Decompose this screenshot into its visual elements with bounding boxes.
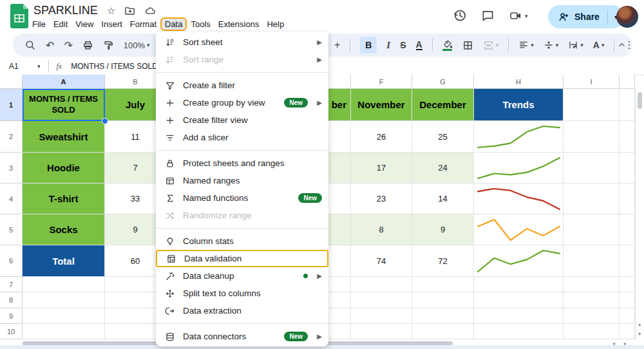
cell-i7[interactable] — [564, 277, 620, 292]
cell-i4[interactable] — [564, 184, 620, 214]
undo-icon[interactable]: ↶ — [46, 39, 54, 52]
share-button[interactable]: Share ▾ — [548, 5, 624, 28]
cell-h8[interactable] — [474, 292, 564, 308]
cell-a10[interactable] — [23, 324, 105, 339]
menu-item-sort-sheet[interactable]: Sort sheet▶ — [156, 33, 328, 51]
cell-h6-sparkline[interactable] — [474, 245, 564, 277]
vertical-align-button[interactable]: ▾ — [544, 40, 559, 50]
row-header-3[interactable]: 3 — [0, 153, 23, 184]
video-call-button[interactable]: ▾ — [509, 10, 528, 22]
cell-j6[interactable] — [620, 245, 635, 277]
cell-f3[interactable]: 17 — [351, 153, 412, 184]
cell-a5-label[interactable]: Socks — [23, 214, 105, 245]
cell-f7[interactable] — [351, 277, 412, 292]
menu-item-add-a-slicer[interactable]: Add a slicer — [156, 129, 328, 146]
cell-j4[interactable] — [620, 184, 635, 214]
row-header-9[interactable]: 9 — [0, 308, 23, 324]
cell-i6[interactable] — [564, 245, 620, 277]
column-header-I[interactable]: I — [564, 75, 620, 89]
cell-j3[interactable] — [620, 153, 635, 184]
menu-item-protect-sheets-and-ranges[interactable]: Protect sheets and ranges — [156, 155, 328, 172]
cell-i2[interactable] — [564, 121, 620, 153]
cell-f9[interactable] — [351, 308, 412, 324]
cell-g3[interactable]: 24 — [412, 153, 474, 184]
scroll-down-icon[interactable]: ▾ — [636, 329, 643, 338]
cell-j7[interactable] — [620, 277, 635, 292]
paint-format-icon[interactable] — [103, 40, 114, 51]
cell-h3-sparkline[interactable] — [474, 153, 564, 184]
menu-item-create-group-by-view[interactable]: Create group by viewNew▶ — [156, 94, 328, 111]
cell-f6[interactable]: 74 — [351, 245, 412, 277]
horizontal-align-button[interactable]: ▾ — [518, 40, 534, 50]
menubar-item-help[interactable]: Help — [263, 17, 288, 31]
text-rotation-button[interactable]: A▾ — [593, 40, 605, 50]
row-header-10[interactable]: 10 — [0, 324, 23, 339]
avatar[interactable] — [616, 6, 638, 28]
cell-j10[interactable] — [620, 324, 635, 339]
menu-item-named-functions[interactable]: Named functionsNew — [156, 189, 328, 207]
cell-h2-sparkline[interactable] — [474, 121, 564, 153]
cell-a2-label[interactable]: Sweatshirt — [23, 121, 105, 153]
scroll-up-icon[interactable]: ▴ — [636, 319, 643, 328]
strikethrough-button[interactable]: S — [400, 40, 406, 50]
formula-input[interactable]: MONTHS / ITEMS SOLD — [71, 62, 158, 71]
menu-item-data-validation[interactable]: Data validation — [156, 250, 328, 267]
zoom-select[interactable]: 100%▾ — [124, 41, 150, 50]
menubar-item-view[interactable]: View — [71, 17, 97, 31]
cell-h4-sparkline[interactable] — [474, 184, 564, 214]
vertical-scrollbar-thumb[interactable] — [638, 92, 642, 109]
column-header-j[interactable] — [620, 75, 635, 89]
cell-g8[interactable] — [412, 292, 474, 308]
row-header-2[interactable]: 2 — [0, 121, 23, 153]
menubar-item-data[interactable]: Data — [160, 17, 187, 31]
cell-g4[interactable]: 14 — [412, 184, 474, 214]
cell-h5-sparkline[interactable] — [474, 214, 564, 245]
star-icon[interactable]: ☆ — [107, 5, 115, 17]
cell-g1[interactable]: December — [412, 89, 474, 121]
row-header-1[interactable]: 1 — [0, 89, 23, 121]
menu-item-data-connectors[interactable]: Data connectorsNew▶ — [156, 328, 328, 345]
cell-j5[interactable] — [620, 214, 635, 245]
cell-j2[interactable] — [620, 121, 635, 153]
comments-icon[interactable] — [481, 9, 495, 23]
column-header-A[interactable]: A — [23, 75, 105, 89]
cell-j9[interactable] — [620, 308, 635, 324]
cell-f1[interactable]: November — [351, 89, 412, 121]
menubar-item-tools[interactable]: Tools — [187, 17, 214, 31]
menu-item-randomize-range[interactable]: Randomize range — [156, 207, 328, 224]
row-header-5[interactable]: 5 — [0, 214, 23, 245]
cell-f10[interactable] — [351, 324, 412, 339]
menu-item-column-stats[interactable]: Column stats — [156, 232, 328, 250]
cell-h7[interactable] — [474, 277, 564, 292]
vertical-scrollbar[interactable] — [635, 89, 644, 339]
cell-a9[interactable] — [23, 308, 105, 324]
column-header-H[interactable]: H — [474, 75, 564, 89]
cloud-saved-icon[interactable] — [144, 5, 156, 16]
version-history-icon[interactable] — [453, 8, 467, 23]
cell-f8[interactable] — [351, 292, 412, 308]
row-header-8[interactable]: 8 — [0, 292, 23, 308]
cell-a3-label[interactable]: Hoodie — [23, 153, 105, 184]
menu-item-create-filter-view[interactable]: Create filter view — [156, 111, 328, 129]
cell-i8[interactable] — [564, 292, 620, 308]
cell-f2[interactable]: 26 — [351, 121, 412, 153]
menu-item-create-a-filter[interactable]: Create a filter — [156, 77, 328, 94]
bold-button[interactable]: B — [360, 37, 377, 53]
menubar-item-extensions[interactable]: Extensions — [214, 17, 263, 31]
cell-a7[interactable] — [23, 277, 105, 292]
cell-i9[interactable] — [564, 308, 620, 324]
collapse-toolbar-icon[interactable] — [617, 40, 627, 50]
menu-item-data-cleanup[interactable]: Data cleanup▶ — [156, 267, 328, 285]
cell-a8[interactable] — [23, 292, 105, 308]
fill-color-button[interactable] — [442, 40, 453, 51]
select-all-corner[interactable] — [0, 75, 23, 89]
cell-g2[interactable]: 25 — [412, 121, 474, 153]
cell-i10[interactable] — [564, 324, 620, 339]
cell-i1[interactable] — [564, 89, 620, 121]
menu-item-named-ranges[interactable]: Named ranges — [156, 172, 328, 189]
row-header-6[interactable]: 6 — [0, 245, 23, 277]
menubar-item-format[interactable]: Format — [126, 17, 160, 31]
row-header-4[interactable]: 4 — [0, 184, 23, 214]
cell-h10[interactable] — [474, 324, 564, 339]
cell-h9[interactable] — [474, 308, 564, 324]
